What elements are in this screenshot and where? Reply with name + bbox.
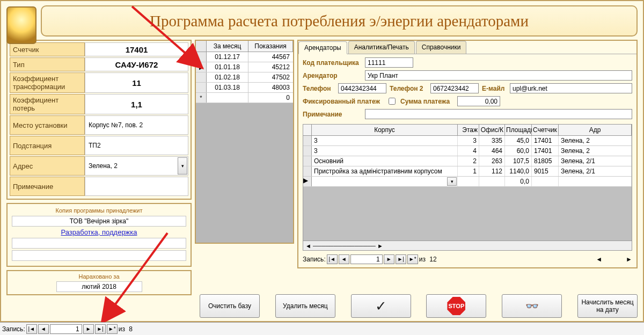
- global-record-nav: Запись: |◄ ◄ ► ►| ►* из 8: [0, 322, 644, 335]
- label-meter-place: Место установки: [10, 115, 85, 135]
- label-renter-name: Арендатор: [303, 72, 362, 79]
- gnav-new-icon[interactable]: ►*: [107, 324, 118, 334]
- gnav-next-icon[interactable]: ►: [83, 324, 94, 334]
- btn-stop[interactable]: STOP: [426, 294, 486, 318]
- table-row[interactable]: Основний2263107,581805Зелена, 2/1: [303, 156, 632, 166]
- label-meter-note: Примечание: [10, 177, 85, 196]
- value-meter-id[interactable]: 17401: [85, 42, 188, 56]
- gh-area[interactable]: Площадь: [505, 125, 532, 135]
- input-email[interactable]: [510, 83, 632, 93]
- banner: Программа расчета потребления э/энергии …: [41, 5, 638, 37]
- input-renter-name[interactable]: [365, 70, 632, 81]
- gh-korp[interactable]: Корпус: [312, 125, 458, 135]
- value-meter-substation[interactable]: ТП2: [85, 136, 188, 155]
- grid-scrollbar-h[interactable]: ◄ ─────────────── ►: [303, 241, 632, 250]
- nav-prev-icon[interactable]: ◄: [339, 254, 349, 264]
- readings-row[interactable]: 01.02.1847502: [196, 72, 293, 83]
- grid-record-nav: Запись: |◄ ◄ ► ►| ►* из 12 ◄ ►: [303, 254, 632, 264]
- readings-grid[interactable]: За месяц Показания 01.12.1744567▶01.01.1…: [195, 40, 294, 244]
- ownership-box: Копия программы принадлежит ТОВ "Вечірня…: [6, 203, 192, 267]
- nav-first-icon[interactable]: |◄: [327, 254, 338, 264]
- gh-meter[interactable]: Счетчик: [532, 125, 559, 135]
- nav-new-icon[interactable]: ►*: [407, 254, 418, 264]
- value-meter-note[interactable]: [85, 177, 188, 196]
- ownership-blank1: [12, 238, 186, 249]
- label-payer-code: Код плательщика: [303, 59, 362, 67]
- input-phone2[interactable]: [430, 83, 479, 93]
- gnav-prev-icon[interactable]: ◄: [38, 324, 49, 334]
- input-payer-code[interactable]: [365, 57, 413, 68]
- value-meter-kloss[interactable]: 1,1: [85, 94, 188, 114]
- readings-row[interactable]: *0: [196, 93, 293, 103]
- tab-references[interactable]: Справочники: [416, 41, 467, 54]
- ownership-header: Копия программы принадлежит: [11, 207, 187, 214]
- input-sum[interactable]: [457, 96, 500, 106]
- table-row[interactable]: 3333545,017401Зелена, 2: [303, 136, 632, 146]
- label-meter-id: Счетчик: [10, 42, 85, 56]
- table-row[interactable]: 3446460,017401Зелена, 2: [303, 146, 632, 156]
- nav-next-icon[interactable]: ►: [384, 254, 394, 264]
- gnav-last-icon[interactable]: ►|: [95, 324, 106, 334]
- premises-grid[interactable]: Корпус Этаж Офис/К Площадь Счетчик Адр 3…: [303, 124, 632, 251]
- readings-header-value[interactable]: Показания: [248, 41, 293, 52]
- label-meter-address: Адрес: [10, 156, 85, 176]
- table-row[interactable]: Пристройка за адміністративним корпусом1…: [303, 166, 632, 177]
- label-meter-substation: Подстанция: [10, 136, 85, 155]
- accrual-box: Нараховано за лютий 2018: [6, 270, 192, 295]
- ownership-blank2: [12, 250, 186, 261]
- input-renter-note[interactable]: [365, 109, 632, 119]
- tab-renters[interactable]: Арендаторы: [298, 41, 347, 54]
- btn-find[interactable]: [502, 294, 562, 318]
- label-meter-type: Тип: [10, 57, 85, 71]
- renters-panel: Арендаторы Аналитика/Печать Справочники …: [297, 40, 638, 268]
- value-meter-ktrans[interactable]: 11: [85, 72, 188, 93]
- readings-row[interactable]: ▶01.01.1845212: [196, 62, 293, 72]
- gh-floor[interactable]: Этаж: [458, 125, 479, 135]
- accrual-header: Нараховано за: [10, 273, 188, 280]
- nav-last-icon[interactable]: ►|: [396, 254, 406, 264]
- gnav-first-icon[interactable]: |◄: [26, 324, 37, 334]
- nav-pos-input[interactable]: [350, 254, 383, 264]
- value-meter-type[interactable]: СА4У-И672: [85, 57, 188, 71]
- readings-row[interactable]: 01.03.1848003: [196, 83, 293, 93]
- gh-office[interactable]: Офис/К: [479, 125, 505, 135]
- btn-clear-db[interactable]: Очистить базу: [200, 294, 260, 318]
- address-dropdown-icon[interactable]: ▾: [178, 157, 187, 174]
- accrual-value: лютий 2018: [56, 281, 142, 292]
- btn-confirm[interactable]: [351, 294, 411, 318]
- gh-addr[interactable]: Адр: [559, 125, 632, 135]
- app-window: Программа расчета потребления э/энергии …: [0, 0, 644, 322]
- support-link[interactable]: Разработка, поддержка: [11, 228, 187, 236]
- label-phone: Телефон: [303, 85, 335, 92]
- label-meter-ktrans: Коэффициент трансформации: [10, 72, 85, 93]
- label-renter-note: Примечание: [303, 111, 362, 118]
- table-row-new[interactable]: ▶▾0,0: [303, 177, 632, 187]
- app-title: Программа расчета потребления э/энергии …: [150, 12, 529, 30]
- checkbox-fixed[interactable]: [389, 98, 396, 105]
- label-email: Е-майл: [482, 85, 507, 92]
- label-meter-kloss: Коэффициент потерь: [10, 94, 85, 114]
- meter-fields: Счетчик 17401 Тип СА4У-И672 Коэффициент …: [6, 40, 192, 200]
- btn-delete-month[interactable]: Удалить месяц: [275, 294, 335, 318]
- ownership-owner: ТОВ "Вечірня зірка": [12, 216, 186, 227]
- stop-icon: STOP: [447, 297, 465, 315]
- label-phone2: Телефон 2: [390, 85, 427, 92]
- value-meter-address[interactable]: Зелена, 2 ▾: [85, 156, 188, 176]
- readings-header-month[interactable]: За месяц: [207, 41, 248, 52]
- input-phone[interactable]: [338, 83, 386, 93]
- btn-calc-month[interactable]: Начислить месяц на дату: [577, 294, 638, 318]
- label-fixed: Фиксированный платеж: [303, 98, 383, 105]
- grid-scroll-left-icon[interactable]: ◄: [596, 256, 602, 263]
- grid-scroll-right-icon[interactable]: ►: [626, 256, 632, 263]
- tab-analytics[interactable]: Аналитика/Печать: [348, 41, 415, 54]
- app-logo-icon: [6, 6, 36, 44]
- gnav-pos-input[interactable]: [50, 324, 82, 334]
- label-sum: Сумма платежа: [400, 98, 454, 105]
- value-meter-place[interactable]: Корпус №7, пов. 2: [85, 115, 188, 135]
- readings-row[interactable]: 01.12.1744567: [196, 52, 293, 62]
- action-bar: Очистить базу Удалить месяц STOP Начисли…: [200, 294, 638, 318]
